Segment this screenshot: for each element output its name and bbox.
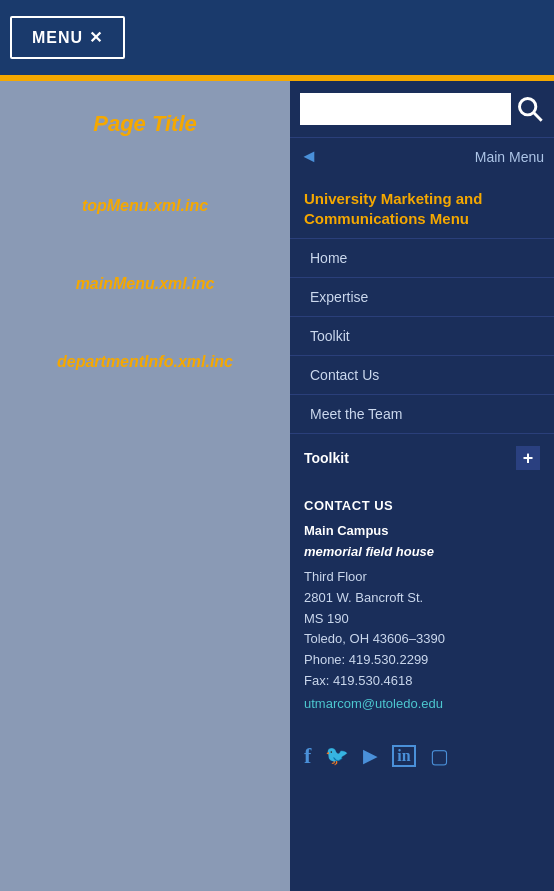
instagram-icon[interactable]: ▢ bbox=[430, 744, 449, 768]
top-menu-file: topMenu.xml.inc bbox=[82, 197, 208, 215]
contact-section: CONTACT US Main Campus memorial field ho… bbox=[290, 482, 554, 727]
svg-point-0 bbox=[520, 99, 536, 115]
contact-email[interactable]: utmarcom@utoledo.edu bbox=[304, 696, 540, 711]
contact-building: memorial field house bbox=[304, 544, 540, 559]
header: MENU ✕ bbox=[0, 0, 554, 75]
list-item: Toolkit bbox=[290, 316, 554, 355]
nav-contact-us[interactable]: Contact Us bbox=[290, 356, 554, 394]
main-menu-file: mainMenu.xml.inc bbox=[76, 275, 215, 293]
dept-info-file: departmentInfo.xml.inc bbox=[57, 353, 233, 371]
search-input[interactable] bbox=[300, 93, 511, 125]
left-panel: Page Title topMenu.xml.inc mainMenu.xml.… bbox=[0, 81, 290, 891]
main-menu-label: Main Menu bbox=[475, 149, 544, 165]
social-bar: f 🐦 ▶ in ▢ bbox=[290, 727, 554, 785]
contact-address: Third Floor 2801 W. Bancroft St. MS 190 … bbox=[304, 567, 540, 692]
toolkit-bar[interactable]: Toolkit + bbox=[290, 433, 554, 482]
search-icon bbox=[516, 95, 544, 123]
svg-line-1 bbox=[534, 113, 542, 121]
nav-meet-the-team[interactable]: Meet the Team bbox=[290, 395, 554, 433]
list-item: Meet the Team bbox=[290, 394, 554, 433]
youtube-icon[interactable]: ▶ bbox=[363, 744, 378, 767]
contact-heading: CONTACT US bbox=[304, 498, 540, 513]
nav-expertise[interactable]: Expertise bbox=[290, 278, 554, 316]
nav-home[interactable]: Home bbox=[290, 239, 554, 277]
right-panel: ◄ Main Menu University Marketing and Com… bbox=[290, 81, 554, 891]
nav-list: Home Expertise Toolkit Contact Us Meet t… bbox=[290, 238, 554, 433]
back-arrow-icon[interactable]: ◄ bbox=[300, 146, 318, 167]
main-menu-bar[interactable]: ◄ Main Menu bbox=[290, 137, 554, 175]
list-item: Contact Us bbox=[290, 355, 554, 394]
menu-button[interactable]: MENU ✕ bbox=[10, 16, 125, 59]
twitter-icon[interactable]: 🐦 bbox=[325, 744, 349, 767]
facebook-icon[interactable]: f bbox=[304, 743, 311, 769]
contact-campus: Main Campus bbox=[304, 523, 540, 538]
search-button[interactable] bbox=[516, 95, 544, 123]
list-item: Home bbox=[290, 238, 554, 277]
page-title: Page Title bbox=[93, 111, 197, 137]
list-item: Expertise bbox=[290, 277, 554, 316]
toolkit-expand-icon[interactable]: + bbox=[516, 446, 540, 470]
main-area: Page Title topMenu.xml.inc mainMenu.xml.… bbox=[0, 81, 554, 891]
section-heading: University Marketing and Communications … bbox=[290, 175, 554, 238]
search-bar bbox=[290, 81, 554, 137]
toolkit-label: Toolkit bbox=[304, 450, 349, 466]
nav-toolkit[interactable]: Toolkit bbox=[290, 317, 554, 355]
linkedin-icon[interactable]: in bbox=[392, 745, 415, 767]
